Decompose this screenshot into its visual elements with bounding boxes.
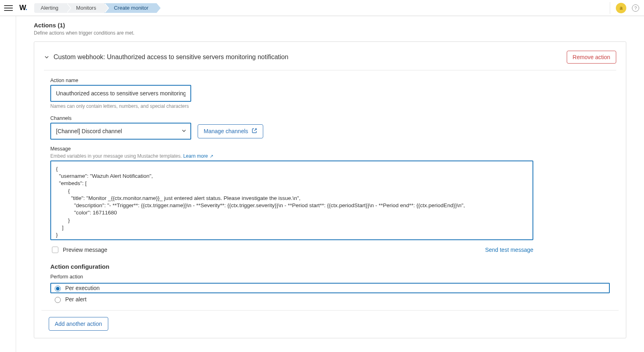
add-another-action-button[interactable]: Add another action	[49, 317, 108, 331]
action-title: Custom webhook: Unauthorized access to s…	[54, 54, 288, 61]
breadcrumb-create-monitor[interactable]: Create monitor	[104, 3, 157, 13]
main-content: Actions (1) Define actions when trigger …	[16, 16, 644, 352]
radio-per-execution[interactable]: Per execution	[53, 284, 100, 292]
divider	[41, 310, 619, 311]
action-name-label: Action name	[50, 78, 610, 83]
preview-message-label: Preview message	[63, 247, 107, 253]
preview-message-checkbox-row[interactable]: Preview message	[50, 245, 107, 254]
breadcrumb-alerting[interactable]: Alerting	[34, 3, 66, 13]
radio-per-alert-label: Per alert	[65, 296, 87, 303]
breadcrumb: Alerting Monitors Create monitor	[34, 3, 157, 13]
hamburger-menu-icon[interactable]	[4, 4, 13, 12]
preview-message-checkbox[interactable]	[52, 247, 58, 253]
action-name-help: Names can only contain letters, numbers,…	[50, 103, 610, 109]
radio-per-execution-input[interactable]	[55, 286, 61, 292]
section-title: Actions (1)	[34, 22, 626, 29]
message-textarea[interactable]	[50, 161, 533, 240]
app-logo[interactable]: W.	[19, 4, 27, 12]
manage-channels-label: Manage channels	[204, 128, 248, 134]
action-name-input[interactable]	[50, 85, 191, 102]
radio-per-alert[interactable]: Per alert	[50, 296, 610, 303]
actions-panel: Custom webhook: Unauthorized access to s…	[34, 41, 626, 338]
radio-per-alert-input[interactable]	[55, 297, 61, 303]
send-test-message-link[interactable]: Send test message	[485, 247, 533, 253]
action-header: Custom webhook: Unauthorized access to s…	[41, 49, 619, 70]
section-subtitle: Define actions when trigger conditions a…	[34, 30, 626, 36]
divider	[610, 2, 610, 14]
help-icon[interactable]: ?	[632, 4, 639, 12]
top-bar: W. Alerting Monitors Create monitor a ?	[0, 0, 644, 16]
user-avatar[interactable]: a	[616, 3, 626, 13]
action-config-heading: Action configuration	[50, 263, 610, 270]
external-link-icon: ↗	[210, 154, 213, 159]
message-help: Embed variables in your message using Mu…	[50, 153, 610, 159]
radio-per-execution-label: Per execution	[65, 285, 100, 291]
breadcrumb-monitors[interactable]: Monitors	[66, 3, 104, 13]
message-label: Message	[50, 146, 610, 152]
divider	[44, 70, 616, 70]
channels-label: Channels	[50, 115, 610, 121]
channels-select[interactable]: [Channel] Discord channel	[50, 123, 191, 140]
perform-action-radio-group: Per execution Per alert	[50, 283, 610, 303]
external-link-icon	[252, 128, 257, 135]
learn-more-link[interactable]: Learn more↗	[183, 153, 213, 159]
chevron-down-icon[interactable]	[44, 54, 50, 60]
remove-action-button[interactable]: Remove action	[567, 51, 616, 64]
manage-channels-button[interactable]: Manage channels	[198, 124, 263, 138]
perform-action-label: Perform action	[50, 274, 610, 280]
left-rail	[0, 16, 16, 352]
